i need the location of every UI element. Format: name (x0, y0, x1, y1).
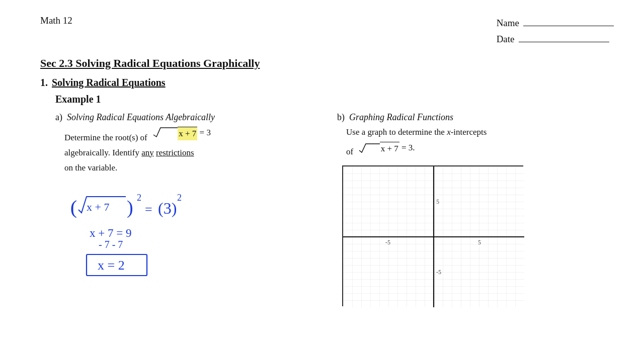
date-line: Date (497, 31, 614, 47)
date-field (519, 33, 609, 42)
col-a: a) Solving Radical Equations Algebraical… (55, 112, 337, 306)
part-a-subtitle: Solving Radical Equations Algebraically (67, 112, 215, 122)
example-label: Example 1 (55, 94, 614, 105)
section-title: Sec 2.3 Solving Radical Equations Graphi… (40, 57, 614, 70)
svg-text:(: ( (70, 197, 77, 218)
y-label-neg5: -5 (436, 269, 441, 276)
problem-number: 1. (40, 77, 48, 89)
svg-text:=: = (145, 202, 152, 217)
part-a-text1-content: Determine the root(s) of (64, 132, 149, 142)
sqrt-svg-b (358, 142, 380, 154)
name-date-block: Name Date (497, 15, 614, 48)
part-b-text1: Use a graph to determine the x-intercept… (346, 126, 614, 139)
part-a-text3: on the variable. (64, 161, 337, 175)
sqrt-svg (151, 126, 178, 140)
name-field (523, 17, 614, 26)
radicand: x + 7 (178, 126, 197, 140)
page: Math 12 Name Date Sec 2.3 Solving Radica… (0, 0, 644, 348)
problem-number-row: 1. Solving Radical Equations (40, 77, 614, 89)
solution-svg: ( x + 7 ) 2 = (3) 2 x + (60, 183, 262, 293)
svg-text:- 7         - 7: - 7 - 7 (99, 239, 123, 250)
part-b-label: b) Graphing Radical Functions (337, 112, 614, 123)
svg-text:x + 7  =  9: x + 7 = 9 (90, 227, 131, 239)
part-b-subtitle: Graphing Radical Functions (349, 112, 453, 122)
x-label-neg5: -5 (385, 239, 390, 246)
part-a-label: a) Solving Radical Equations Algebraical… (55, 112, 337, 123)
eq-part: = 3 (197, 126, 211, 139)
equation-inline: x + 7 = 3 (151, 126, 211, 140)
two-col-layout: a) Solving Radical Equations Algebraical… (55, 112, 614, 306)
svg-text:): ) (127, 197, 133, 218)
problem-heading: Solving Radical Equations (52, 77, 166, 89)
restrictions-text: restrictions (156, 148, 194, 157)
name-label: Name (497, 15, 519, 31)
any-text: any (141, 148, 154, 157)
part-b-text2: of x + 7 = 3. (346, 141, 614, 158)
part-b-letter: b) (337, 112, 345, 122)
x-label-5: 5 (478, 239, 481, 246)
y-label-5: 5 (436, 198, 439, 205)
graph-svg: 5 -5 5 -5 (343, 166, 524, 307)
svg-text:2: 2 (177, 193, 182, 203)
col-b: b) Graphing Radical Functions Use a grap… (337, 112, 614, 306)
svg-text:x + 7: x + 7 (87, 201, 109, 213)
header-row: Math 12 Name Date (40, 15, 614, 48)
part-a-text1: Determine the root(s) of x + 7 (64, 126, 337, 144)
graph-container: 5 -5 5 -5 (342, 165, 523, 306)
problem-1: 1. Solving Radical Equations Example 1 a… (40, 77, 614, 306)
svg-text:x  =  2: x = 2 (98, 258, 125, 273)
course-label: Math 12 (40, 15, 72, 26)
svg-text:2: 2 (137, 193, 141, 203)
date-label: Date (497, 31, 515, 47)
svg-text:(3): (3) (158, 199, 177, 217)
handwritten-solution: ( x + 7 ) 2 = (3) 2 x + (60, 183, 337, 293)
part-a-text2: algebraically. Identify any restrictions (64, 146, 337, 159)
part-a-letter: a) (55, 112, 62, 122)
eq-b-inline: x + 7 = 3. (358, 141, 415, 155)
name-line: Name (497, 15, 614, 31)
